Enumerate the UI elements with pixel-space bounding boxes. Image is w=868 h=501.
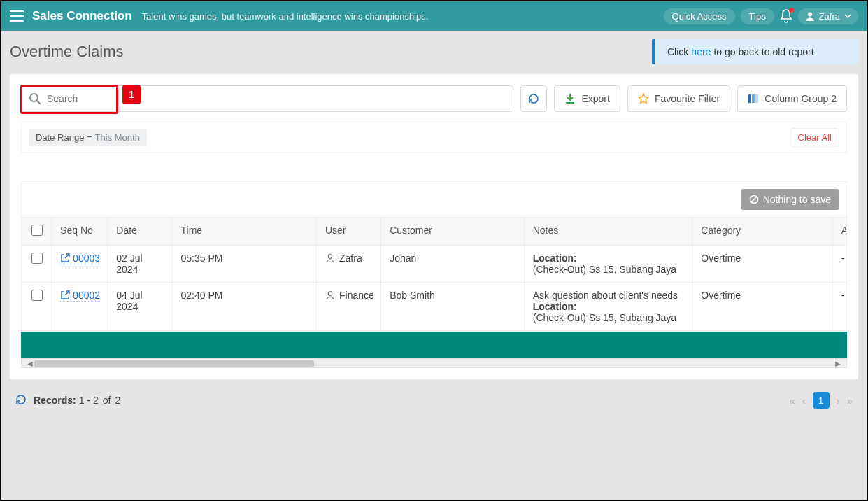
cell-user: Finance [339,290,374,301]
annotation-callout: 1 [122,85,141,104]
tips-button[interactable]: Tips [741,8,774,24]
pager-controls: « ‹ 1 › » [789,392,853,409]
cell-time: 05:35 PM [172,246,317,283]
svg-point-0 [808,13,812,17]
svg-point-6 [328,255,332,259]
notes-loc-value: (Check-Out) Ss 15, Subang Jaya [533,264,676,275]
refresh-icon [528,93,539,104]
col-time[interactable]: Time [172,218,317,246]
records-of: of [103,395,111,406]
banner-post: to go back to old report [713,46,813,57]
seq-value: 00003 [73,253,100,264]
col-user[interactable]: User [317,218,381,246]
select-all-checkbox[interactable] [31,225,43,236]
username-label: Zafra [819,11,840,22]
svg-rect-4 [755,94,758,103]
col-extra[interactable]: A [832,218,847,246]
export-button[interactable]: Export [554,85,620,112]
seq-link[interactable]: 00003 [60,253,100,264]
search-wrap: 1 [21,85,513,112]
svg-point-7 [328,292,332,296]
cell-category: Overtime [692,283,832,331]
records-total: 2 [115,395,120,406]
menu-icon[interactable] [10,10,24,22]
star-icon [638,93,649,104]
table-row: 00003 02 Jul 2024 05:35 PM Zafra Johan [22,246,848,283]
seq-link[interactable]: 00002 [60,290,100,302]
col-seq[interactable]: Seq No [52,218,108,246]
search-icon [29,92,41,105]
brand-name: Sales Connection [32,9,132,23]
download-icon [564,93,576,104]
topbar: Sales Connection Talent wins games, but … [1,1,867,31]
cell-customer: Johan [381,246,525,283]
quick-access-button[interactable]: Quick Access [664,8,735,24]
col-customer[interactable]: Customer [381,218,525,246]
pager: Records: 1 - 2 of 2 « ‹ 1 › » [10,379,858,409]
cell-user: Zafra [339,253,362,264]
records-label: Records: [34,395,76,406]
pager-last-icon[interactable]: » [847,395,853,407]
pager-refresh-icon[interactable] [15,394,27,407]
col-notes[interactable]: Notes [524,218,692,246]
favourite-filter-button[interactable]: Favourite Filter [627,85,730,112]
cell-date: 04 Jul 2024 [108,283,172,331]
scroll-thumb[interactable] [34,360,314,367]
col-date[interactable]: Date [108,218,172,246]
svg-point-1 [30,94,38,101]
cell-extra: - [832,246,847,283]
notes-loc-label: Location: [533,253,577,264]
pager-prev-icon[interactable]: ‹ [802,395,806,407]
summary-strip [21,332,847,358]
forbidden-icon [749,195,759,204]
save-row: Nothing to save [21,181,847,217]
chevron-down-icon [844,14,851,18]
horizontal-scrollbar[interactable]: ◀ ▶ [21,358,847,368]
banner-link[interactable]: here [691,46,711,57]
col-category[interactable]: Category [692,218,832,246]
pager-first-icon[interactable]: « [789,395,795,407]
notifications-icon[interactable] [780,9,792,23]
notes-loc-value: (Check-Out) Ss 15, Subang Jaya [533,312,676,323]
cell-date: 02 Jul 2024 [108,246,172,283]
table-header-row: Seq No Date Time User Customer Notes Cat… [22,218,848,246]
records-range: 1 - 2 [79,395,99,406]
export-label: Export [581,93,609,104]
column-group-label: Column Group 2 [764,93,837,104]
clear-all-button[interactable]: Clear All [790,128,839,147]
svg-rect-2 [748,94,751,103]
main-card: 1 Export Favourite Filter Column Group 2… [10,74,858,379]
user-menu[interactable]: Zafra [798,8,858,24]
old-report-banner: Click here to go back to old report [652,39,858,64]
page-title: Overtime Claims [10,43,124,61]
notes-loc-label: Location: [533,301,577,312]
scroll-right-icon[interactable]: ▶ [835,360,841,367]
pager-next-icon[interactable]: › [837,395,840,407]
nothing-to-save-button: Nothing to save [741,189,839,210]
cell-time: 02:40 PM [172,283,317,331]
table-row: 00002 04 Jul 2024 02:40 PM Finance Bob S… [22,283,848,331]
cell-extra: - [832,283,847,331]
row-checkbox[interactable] [31,290,43,301]
refresh-button[interactable] [520,85,547,112]
cell-notes: Location: (Check-Out) Ss 15, Subang Jaya [524,246,692,283]
row-checkbox[interactable] [31,253,43,264]
cell-customer: Bob Smith [381,283,525,331]
notes-pre: Ask question about client's needs [533,290,678,301]
tagline: Talent wins games, but teamwork and inte… [142,11,664,22]
user-icon [325,253,335,263]
banner-pre: Click [667,46,688,57]
data-grid: Seq No Date Time User Customer Notes Cat… [21,217,847,332]
scroll-left-icon[interactable]: ◀ [27,360,33,367]
date-range-chip[interactable]: Date Range = This Month [29,129,147,146]
notification-dot-icon [789,8,794,13]
cell-notes: Ask question about client's needs Locati… [524,283,692,331]
user-icon [805,11,815,21]
cell-category: Overtime [692,246,832,283]
svg-rect-3 [752,94,755,103]
search-input[interactable] [41,86,506,111]
column-group-button[interactable]: Column Group 2 [737,85,847,112]
favourite-label: Favourite Filter [655,93,720,104]
pager-current-page[interactable]: 1 [813,392,830,409]
toolbar: 1 Export Favourite Filter Column Group 2 [21,85,847,112]
